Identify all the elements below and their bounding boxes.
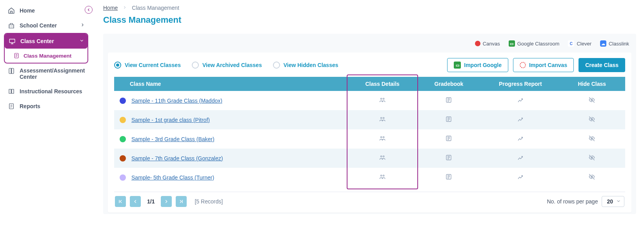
pager-last-button[interactable]: [176, 196, 187, 207]
integration-label: Clever: [577, 41, 591, 47]
sidebar-item-school-center[interactable]: School Center: [4, 18, 88, 33]
svg-rect-0: [9, 39, 15, 43]
content-card: Canvas ▭ Google Classroom C Clever ☁ Cla…: [103, 34, 636, 214]
sidebar-item-label: Assessment/Assignment Center: [20, 67, 78, 80]
sidebar-item-class-center[interactable]: Class Center: [5, 34, 87, 49]
progress-report-icon[interactable]: [517, 96, 524, 103]
sidebar-collapse-button[interactable]: [85, 6, 93, 14]
svg-point-7: [380, 117, 382, 118]
hide-class-icon[interactable]: [588, 154, 595, 161]
col-gradebook[interactable]: Gradebook: [416, 77, 482, 91]
class-name-link[interactable]: Sample- 5th Grade Class (Turner): [131, 174, 214, 181]
table-header-row: Class Name Class Details Gradebook Progr…: [114, 77, 625, 91]
integration-label: Canvas: [483, 41, 500, 47]
rows-per-page-select[interactable]: 20: [602, 196, 624, 207]
class-name-link[interactable]: Sample - 7th Grade Class (Gonzalez): [131, 155, 223, 161]
radio-icon: [192, 62, 199, 69]
class-details-icon[interactable]: [379, 116, 386, 123]
progress-report-icon[interactable]: [517, 116, 524, 123]
class-icon: [9, 38, 16, 45]
svg-point-19: [380, 175, 382, 176]
integration-google-classroom[interactable]: ▭ Google Classroom: [509, 40, 560, 47]
rows-per-page-value: 20: [607, 198, 613, 205]
class-details-icon[interactable]: [379, 135, 386, 142]
button-label: Create Class: [585, 62, 619, 68]
hide-class-icon[interactable]: [588, 173, 595, 180]
filter-hidden-classes[interactable]: View Hidden Classes: [273, 62, 338, 69]
sidebar-item-assessment-center[interactable]: Assessment/Assignment Center: [4, 64, 88, 84]
progress-report-icon[interactable]: [517, 154, 524, 161]
breadcrumb-home[interactable]: Home: [103, 5, 118, 11]
class-details-icon[interactable]: [379, 96, 386, 103]
chevron-right-icon: [122, 5, 127, 11]
col-progress-report[interactable]: Progress Report: [482, 77, 558, 91]
canvas-icon: [475, 41, 480, 46]
svg-point-20: [383, 175, 384, 176]
class-name-link[interactable]: Sample - 1st grade class (Pitrof): [131, 117, 210, 123]
filter-archived-classes[interactable]: View Archived Classes: [192, 62, 262, 69]
sidebar-item-home[interactable]: Home: [4, 3, 88, 18]
table-row: Sample - 7th Grade Class (Gonzalez): [114, 149, 625, 168]
sidebar-item-label: Class Center: [20, 38, 54, 44]
filter-label: View Archived Classes: [202, 62, 262, 68]
gradebook-icon[interactable]: [445, 116, 452, 123]
gradebook-icon[interactable]: [445, 96, 452, 103]
class-color-swatch: [120, 136, 126, 142]
class-table: Class Name Class Details Gradebook Progr…: [114, 77, 625, 187]
clever-icon: C: [568, 40, 574, 47]
pagination: 1/1 [5 Records]: [115, 196, 223, 207]
hide-class-icon[interactable]: [588, 96, 595, 103]
pager-page-info: 1/1: [145, 198, 157, 205]
col-hide-class[interactable]: Hide Class: [559, 77, 625, 91]
integrations-bar: Canvas ▭ Google Classroom C Clever ☁ Cla…: [108, 38, 631, 49]
resources-icon: [8, 88, 15, 95]
chevron-down-icon: [79, 38, 84, 44]
table-row: Sample - 1st grade class (Pitrof): [114, 110, 625, 129]
integration-clever[interactable]: C Clever: [568, 40, 591, 47]
gradebook-icon[interactable]: [445, 173, 452, 180]
breadcrumb: Home Class Management: [103, 5, 636, 13]
hide-class-icon[interactable]: [588, 116, 595, 123]
table-footer: 1/1 [5 Records] No. of rows per page 20: [114, 196, 625, 207]
chevron-right-icon: [80, 22, 85, 29]
progress-report-icon[interactable]: [517, 135, 524, 142]
gradebook-icon[interactable]: [445, 154, 452, 161]
sidebar-sub-class-management[interactable]: Class Management: [5, 49, 87, 63]
integration-canvas[interactable]: Canvas: [475, 41, 500, 47]
gradebook-icon[interactable]: [445, 135, 452, 142]
create-class-button[interactable]: Create Class: [579, 58, 625, 72]
sidebar: Home School Center Class Center: [0, 0, 92, 225]
filter-label: View Hidden Classes: [284, 62, 338, 68]
class-color-swatch: [120, 155, 126, 161]
class-name-link[interactable]: Sample - 3rd Grade Class (Baker): [131, 136, 215, 142]
col-class-name[interactable]: Class Name: [114, 77, 349, 91]
import-canvas-button[interactable]: Import Canvas: [513, 58, 574, 72]
integration-label: Classlink: [609, 41, 629, 47]
import-google-button[interactable]: ▭ Import Google: [447, 58, 508, 72]
pager-prev-button[interactable]: [130, 196, 141, 207]
class-color-swatch: [120, 117, 126, 123]
sidebar-item-label: Reports: [20, 103, 40, 109]
rows-per-page-label: No. of rows per page: [547, 198, 598, 205]
google-classroom-icon: ▭: [509, 40, 515, 47]
class-color-swatch: [120, 174, 126, 181]
sidebar-item-reports[interactable]: Reports: [4, 99, 88, 114]
page-title: Class Management: [103, 15, 636, 25]
classlink-icon: ☁: [600, 40, 606, 47]
progress-report-icon[interactable]: [517, 173, 524, 180]
hide-class-icon[interactable]: [588, 135, 595, 142]
sidebar-item-instructional-resources[interactable]: Instructional Resources: [4, 84, 88, 99]
pager-first-button[interactable]: [115, 196, 126, 207]
class-name-link[interactable]: Sample - 11th Grade Class (Maddox): [131, 98, 222, 104]
pager-next-button[interactable]: [161, 196, 172, 207]
radio-icon: [114, 62, 121, 69]
integration-classlink[interactable]: ☁ Classlink: [600, 40, 629, 47]
class-details-icon[interactable]: [379, 173, 386, 180]
class-details-icon[interactable]: [379, 154, 386, 161]
sidebar-item-label: School Center: [20, 22, 57, 29]
radio-icon: [273, 62, 280, 69]
col-class-details[interactable]: Class Details: [349, 77, 415, 91]
class-panel: View Current Classes View Archived Class…: [108, 53, 631, 212]
filter-current-classes[interactable]: View Current Classes: [114, 62, 181, 69]
table-row: Sample - 11th Grade Class (Maddox): [114, 91, 625, 110]
